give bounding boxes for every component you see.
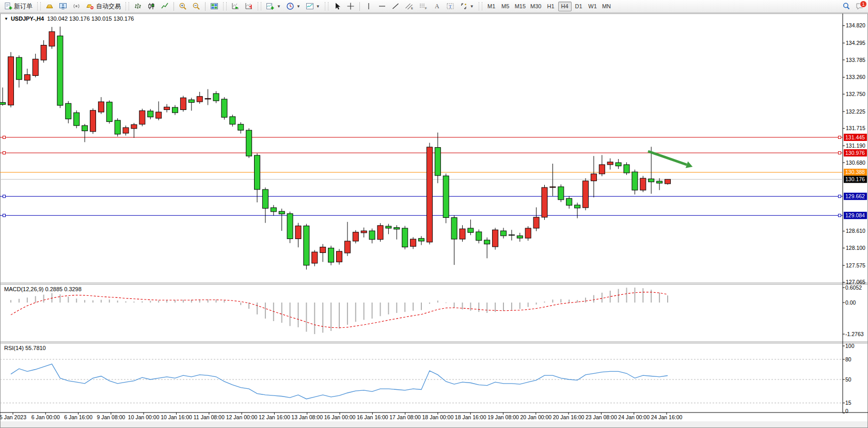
timeframe-M5[interactable]: M5 xyxy=(499,2,512,11)
candle xyxy=(320,247,326,253)
svg-text:24 Jan 00:00: 24 Jan 00:00 xyxy=(618,414,650,420)
candle xyxy=(172,107,178,113)
candle xyxy=(509,235,514,235)
svg-text:10 Jan 00:00: 10 Jan 00:00 xyxy=(128,414,160,420)
timeframe-MN[interactable]: MN xyxy=(600,2,613,11)
candle xyxy=(443,176,449,218)
equidistant-channel-icon: E xyxy=(405,2,414,10)
chart-shift-icon xyxy=(245,2,253,10)
svg-text:130.388: 130.388 xyxy=(845,169,865,175)
toolbar-grip xyxy=(479,2,482,10)
svg-text:134.295: 134.295 xyxy=(846,40,865,46)
toolbar-grip xyxy=(125,2,129,10)
new-order-button[interactable]: 新订单 xyxy=(2,1,35,12)
timeframe-W1[interactable]: W1 xyxy=(586,2,599,11)
candle xyxy=(583,181,589,208)
chart-template-button[interactable]: ▼ xyxy=(304,1,322,12)
candle xyxy=(98,102,104,112)
zoom-out-button[interactable] xyxy=(190,1,202,12)
vertical-line-icon xyxy=(365,2,373,10)
chart-shift-button[interactable] xyxy=(243,1,255,12)
candle xyxy=(632,172,638,190)
zoom-in-button[interactable] xyxy=(177,1,189,12)
svg-text:E: E xyxy=(411,7,413,10)
candle xyxy=(394,228,400,229)
fibonacci-icon: F xyxy=(419,2,428,10)
autotrade-button[interactable]: 自动交易 xyxy=(84,1,123,12)
svg-text:80: 80 xyxy=(845,356,851,362)
terminal-button[interactable] xyxy=(57,1,69,12)
candlestick-chart-button[interactable] xyxy=(145,1,157,12)
timeframe-H4[interactable]: H4 xyxy=(558,2,572,11)
candle xyxy=(262,189,268,209)
timeframe-M15[interactable]: M15 xyxy=(513,2,528,11)
candle xyxy=(517,236,523,239)
text-label-button[interactable]: T xyxy=(444,1,456,12)
svg-text:16 Jan 16:00: 16 Jan 16:00 xyxy=(357,414,388,420)
chevron-down-icon: ▼ xyxy=(470,4,474,9)
candle xyxy=(238,124,244,131)
candle xyxy=(222,99,227,117)
tile-windows-button[interactable] xyxy=(208,1,220,12)
candle xyxy=(468,228,474,232)
line-chart-button[interactable] xyxy=(159,1,171,12)
svg-text:133.260: 133.260 xyxy=(846,74,865,80)
candle xyxy=(180,98,186,109)
autotrade-icon xyxy=(86,2,94,10)
chevron-down-icon: ▼ xyxy=(296,4,301,9)
chart-canvas[interactable]: 131.445130.976130.388130.176129.662129.0… xyxy=(0,13,868,428)
svg-text:131.190: 131.190 xyxy=(846,142,865,149)
horizontal-line-icon xyxy=(378,2,386,10)
chat-button[interactable]: 1 xyxy=(854,1,866,12)
svg-text:131.445: 131.445 xyxy=(845,134,865,140)
candlestick-chart-icon xyxy=(147,2,155,10)
gold-button[interactable] xyxy=(43,1,56,12)
fibonacci-button[interactable]: F xyxy=(417,1,430,12)
crosshair-button[interactable] xyxy=(344,1,357,12)
svg-text:133.785: 133.785 xyxy=(846,57,865,63)
terminal-user-icon xyxy=(59,2,67,10)
toolbar-grip xyxy=(37,2,41,10)
rsi-current-value: 55.7810 xyxy=(25,345,46,351)
candle xyxy=(246,130,252,156)
equidistant-channel-button[interactable]: E xyxy=(403,1,416,12)
timeframe-D1[interactable]: D1 xyxy=(572,2,586,11)
text-label-icon: T xyxy=(446,2,454,10)
timeframe-M30[interactable]: M30 xyxy=(528,2,543,11)
vertical-line-button[interactable] xyxy=(362,1,375,12)
candle xyxy=(156,112,162,118)
svg-text:T: T xyxy=(449,4,452,9)
signals-icon xyxy=(72,2,81,10)
search-button[interactable] xyxy=(840,1,853,12)
svg-text:130.680: 130.680 xyxy=(846,160,865,166)
symbol-dropdown-icon[interactable]: ▼ xyxy=(4,17,8,21)
text-button[interactable]: A xyxy=(431,1,443,12)
chart-template-icon xyxy=(306,2,314,10)
gold-ingot-icon xyxy=(45,2,54,10)
svg-text:23 Jan 08:00: 23 Jan 08:00 xyxy=(586,414,617,420)
horizontal-line-button[interactable] xyxy=(376,1,388,12)
periods-clock-button[interactable]: ▼ xyxy=(284,1,303,12)
svg-text:5 Jan 2023: 5 Jan 2023 xyxy=(0,414,26,420)
timeframe-M1[interactable]: M1 xyxy=(485,2,498,11)
trendline-button[interactable] xyxy=(389,1,402,12)
add-indicator-icon xyxy=(266,2,275,10)
cursor-button[interactable] xyxy=(331,1,343,12)
candle xyxy=(337,251,342,262)
svg-text:6 Jan 16:00: 6 Jan 16:00 xyxy=(64,414,92,420)
signals-button[interactable] xyxy=(70,1,83,12)
candle xyxy=(312,252,318,263)
bar-chart-button[interactable] xyxy=(132,1,144,12)
rsi-label: RSI(14) 55.7810 xyxy=(4,345,46,351)
symbol-period-label: USDJPY-,H4 xyxy=(11,15,44,22)
candle xyxy=(295,226,301,239)
arrows-button[interactable]: ▼ xyxy=(457,1,476,12)
candle xyxy=(255,155,260,189)
timeframe-H1[interactable]: H1 xyxy=(544,2,558,11)
candle xyxy=(188,100,194,102)
auto-scroll-button[interactable] xyxy=(229,1,242,12)
add-indicator-button[interactable]: ▼ xyxy=(264,1,283,12)
candle xyxy=(386,226,391,228)
candle xyxy=(616,163,621,166)
autotrade-label: 自动交易 xyxy=(96,2,121,11)
